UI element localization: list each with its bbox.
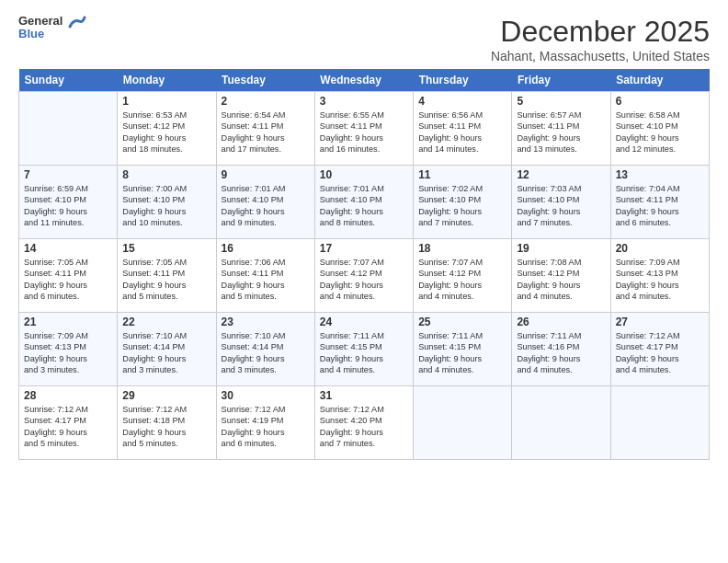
- sunset-text: Sunset: 4:15 PM: [320, 341, 408, 352]
- day-number: 8: [122, 168, 210, 181]
- day-number: 22: [122, 316, 210, 328]
- col-wednesday: Wednesday: [314, 69, 413, 92]
- sunrise-text: Sunrise: 7:10 AM: [222, 330, 310, 341]
- table-row: 13Sunrise: 7:04 AMSunset: 4:11 PMDayligh…: [610, 166, 709, 239]
- daylight-text-2: and 14 minutes.: [418, 144, 506, 155]
- logo-icon: General Blue: [18, 15, 63, 41]
- sunset-text: Sunset: 4:12 PM: [320, 268, 408, 279]
- daylight-text: Daylight: 9 hours: [517, 206, 605, 217]
- daylight-text-2: and 7 minutes.: [418, 217, 506, 228]
- cell-info: Sunrise: 7:05 AMSunset: 4:11 PMDaylight:…: [122, 257, 210, 303]
- cell-info: Sunrise: 7:05 AMSunset: 4:11 PMDaylight:…: [24, 257, 112, 303]
- daylight-text: Daylight: 9 hours: [517, 280, 605, 291]
- day-number: 15: [122, 242, 210, 255]
- daylight-text-2: and 12 minutes.: [616, 144, 704, 155]
- sunrise-text: Sunrise: 7:12 AM: [320, 404, 408, 415]
- daylight-text-2: and 16 minutes.: [320, 144, 408, 155]
- table-row: 23Sunrise: 7:10 AMSunset: 4:14 PMDayligh…: [216, 313, 314, 386]
- table-row: 30Sunrise: 7:12 AMSunset: 4:19 PMDayligh…: [216, 386, 314, 460]
- sunset-text: Sunset: 4:10 PM: [122, 194, 210, 205]
- sunset-text: Sunset: 4:10 PM: [418, 194, 506, 205]
- daylight-text-2: and 17 minutes.: [222, 144, 310, 155]
- day-number: 20: [616, 242, 704, 255]
- daylight-text-2: and 3 minutes.: [122, 364, 210, 375]
- daylight-text: Daylight: 9 hours: [320, 427, 408, 438]
- sunrise-text: Sunrise: 7:07 AM: [320, 257, 408, 268]
- daylight-text-2: and 7 minutes.: [320, 438, 408, 449]
- cell-info: Sunrise: 7:12 AMSunset: 4:20 PMDaylight:…: [320, 404, 408, 450]
- sunset-text: Sunset: 4:12 PM: [418, 268, 506, 279]
- daylight-text-2: and 7 minutes.: [517, 217, 605, 228]
- daylight-text: Daylight: 9 hours: [222, 132, 310, 144]
- logo-wave-icon: [66, 12, 86, 36]
- daylight-text: Daylight: 9 hours: [222, 353, 310, 364]
- sunrise-text: Sunrise: 7:03 AM: [517, 183, 605, 194]
- day-number: 10: [320, 168, 408, 181]
- day-number: 23: [222, 316, 310, 328]
- col-tuesday: Tuesday: [216, 69, 314, 92]
- header-row: Sunday Monday Tuesday Wednesday Thursday…: [19, 69, 710, 92]
- table-row: 6Sunrise: 6:58 AMSunset: 4:10 PMDaylight…: [610, 92, 709, 166]
- sunset-text: Sunset: 4:11 PM: [222, 121, 310, 132]
- day-number: 5: [517, 95, 605, 108]
- week-row-4: 28Sunrise: 7:12 AMSunset: 4:17 PMDayligh…: [19, 386, 710, 460]
- day-number: 26: [517, 316, 605, 328]
- sunrise-text: Sunrise: 7:04 AM: [616, 183, 704, 194]
- daylight-text-2: and 4 minutes.: [517, 364, 605, 375]
- sunset-text: Sunset: 4:10 PM: [517, 194, 605, 205]
- sunrise-text: Sunrise: 6:59 AM: [24, 183, 112, 194]
- sunrise-text: Sunrise: 6:58 AM: [616, 109, 704, 121]
- daylight-text: Daylight: 9 hours: [418, 132, 506, 144]
- day-number: 6: [616, 95, 704, 108]
- table-row: 4Sunrise: 6:56 AMSunset: 4:11 PMDaylight…: [414, 92, 512, 166]
- col-sunday: Sunday: [19, 69, 118, 92]
- daylight-text-2: and 6 minutes.: [222, 438, 310, 449]
- day-number: 27: [616, 316, 704, 328]
- table-row: 15Sunrise: 7:05 AMSunset: 4:11 PMDayligh…: [118, 239, 216, 313]
- daylight-text: Daylight: 9 hours: [320, 206, 408, 217]
- page-container: General Blue December 2025 Nahant, Massa…: [0, 0, 728, 469]
- cell-info: Sunrise: 7:12 AMSunset: 4:19 PMDaylight:…: [222, 404, 310, 450]
- sunset-text: Sunset: 4:12 PM: [517, 268, 605, 279]
- cell-info: Sunrise: 6:55 AMSunset: 4:11 PMDaylight:…: [320, 109, 408, 155]
- sunrise-text: Sunrise: 6:53 AM: [122, 109, 210, 121]
- cell-info: Sunrise: 7:10 AMSunset: 4:14 PMDaylight:…: [222, 330, 310, 376]
- day-number: 7: [24, 168, 112, 181]
- daylight-text-2: and 18 minutes.: [122, 144, 210, 155]
- cell-info: Sunrise: 7:12 AMSunset: 4:17 PMDaylight:…: [616, 330, 704, 376]
- table-row: 29Sunrise: 7:12 AMSunset: 4:18 PMDayligh…: [118, 386, 216, 460]
- table-row: [610, 386, 709, 460]
- daylight-text: Daylight: 9 hours: [24, 427, 112, 438]
- daylight-text-2: and 6 minutes.: [616, 217, 704, 228]
- sunset-text: Sunset: 4:17 PM: [24, 415, 112, 426]
- daylight-text: Daylight: 9 hours: [418, 206, 506, 217]
- table-row: 24Sunrise: 7:11 AMSunset: 4:15 PMDayligh…: [314, 313, 413, 386]
- sunset-text: Sunset: 4:15 PM: [418, 341, 506, 352]
- daylight-text-2: and 3 minutes.: [24, 364, 112, 375]
- daylight-text: Daylight: 9 hours: [616, 132, 704, 144]
- cell-info: Sunrise: 7:12 AMSunset: 4:18 PMDaylight:…: [122, 404, 210, 450]
- daylight-text: Daylight: 9 hours: [616, 206, 704, 217]
- daylight-text-2: and 10 minutes.: [122, 217, 210, 228]
- daylight-text: Daylight: 9 hours: [24, 206, 112, 217]
- day-number: 12: [517, 168, 605, 181]
- table-row: 16Sunrise: 7:06 AMSunset: 4:11 PMDayligh…: [216, 239, 314, 313]
- day-number: 31: [320, 389, 408, 402]
- table-row: 1Sunrise: 6:53 AMSunset: 4:12 PMDaylight…: [118, 92, 216, 166]
- sunrise-text: Sunrise: 7:10 AM: [122, 330, 210, 341]
- table-row: 19Sunrise: 7:08 AMSunset: 4:12 PMDayligh…: [512, 239, 610, 313]
- daylight-text: Daylight: 9 hours: [222, 427, 310, 438]
- sunset-text: Sunset: 4:18 PM: [122, 415, 210, 426]
- day-number: 28: [24, 389, 112, 402]
- cell-info: Sunrise: 7:11 AMSunset: 4:15 PMDaylight:…: [320, 330, 408, 376]
- logo: General Blue: [18, 15, 86, 41]
- cell-info: Sunrise: 6:56 AMSunset: 4:11 PMDaylight:…: [418, 109, 506, 155]
- table-row: 26Sunrise: 7:11 AMSunset: 4:16 PMDayligh…: [512, 313, 610, 386]
- daylight-text-2: and 4 minutes.: [320, 291, 408, 302]
- col-friday: Friday: [512, 69, 610, 92]
- cell-info: Sunrise: 6:53 AMSunset: 4:12 PMDaylight:…: [122, 109, 210, 155]
- daylight-text: Daylight: 9 hours: [24, 280, 112, 291]
- sunset-text: Sunset: 4:10 PM: [616, 121, 704, 132]
- day-number: 18: [418, 242, 506, 255]
- week-row-1: 7Sunrise: 6:59 AMSunset: 4:10 PMDaylight…: [19, 166, 710, 239]
